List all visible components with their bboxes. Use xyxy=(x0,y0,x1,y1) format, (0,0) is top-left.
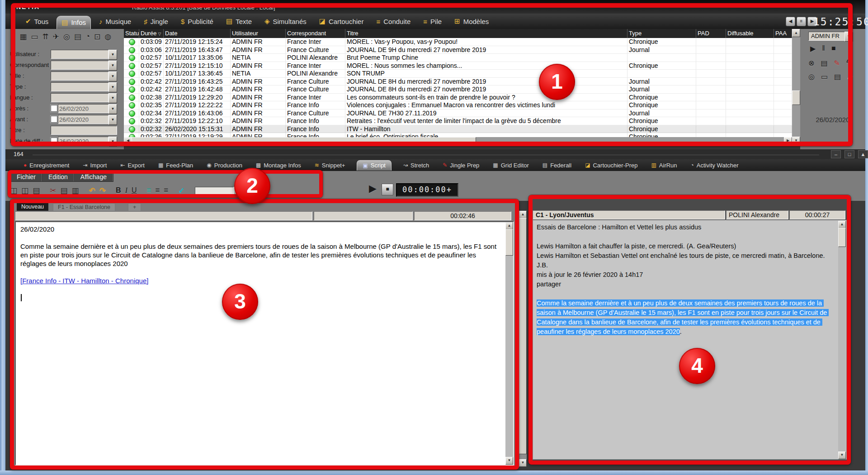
chevron-down-icon[interactable]: ▼ xyxy=(108,61,117,71)
scroll-up-icon[interactable]: ▲ xyxy=(505,222,513,230)
preview-icon[interactable]: ◎ xyxy=(808,72,815,81)
viewer-scrollbar[interactable]: ▲ ▼ xyxy=(838,221,846,459)
filter-combobox[interactable] xyxy=(51,82,108,91)
table-row[interactable]: 0:02:3227/11/2019 12:22:10ADMIN FRFrance… xyxy=(124,117,792,125)
table-row[interactable]: 0:02:3226/02/2020 15:15:31ADMIN FRFrance… xyxy=(124,125,792,133)
filter-combobox[interactable] xyxy=(51,50,108,59)
chevron-down-icon[interactable]: ▼ xyxy=(108,71,117,81)
main-tab-texte[interactable]: ▤Texte xyxy=(222,14,256,28)
bold-icon[interactable]: B xyxy=(116,186,121,195)
record-icon[interactable]: ● xyxy=(11,32,15,42)
module-tab-export[interactable]: ⇤Export xyxy=(118,160,146,170)
copy-icon[interactable]: ▤ xyxy=(821,59,827,67)
main-tab-pile[interactable]: ≡Pile xyxy=(419,14,446,28)
table-row[interactable]: 0:02:4227/11/2019 16:43:25ADMIN FRFrance… xyxy=(124,78,792,86)
table-row[interactable]: 0:02:4227/11/2019 16:42:48ADMIN FRFrance… xyxy=(124,86,792,94)
column-header-titre[interactable]: Titre xyxy=(345,29,627,38)
module-tab-production[interactable]: ◉Production xyxy=(205,160,244,170)
date-checkbox[interactable] xyxy=(51,105,57,112)
scrollbar-thumb[interactable] xyxy=(132,137,476,145)
stop-icon[interactable]: ■ xyxy=(831,44,836,53)
script-text-area[interactable]: 26/02/2020 Comme la semaine dernière et … xyxy=(15,221,514,466)
scroll-down-icon[interactable]: ▼ xyxy=(505,457,513,465)
rocket-icon[interactable]: ⇈ xyxy=(42,32,48,42)
module-tab-stretch[interactable]: ↝Stretch xyxy=(401,160,431,170)
module-tab-import[interactable]: ⇥Import xyxy=(81,160,108,170)
window-shade-button[interactable]: ▲ xyxy=(858,150,868,158)
chevron-down-icon[interactable]: ▼ xyxy=(108,82,117,92)
column-header-utilisateur[interactable]: Utilisateur xyxy=(231,29,286,38)
module-tab-cartouchier-prep[interactable]: ◪Cartouchier-Prep xyxy=(583,160,639,170)
scroll-left-icon[interactable]: ◀ xyxy=(124,137,132,145)
main-tab-jingle[interactable]: ♯Jingle xyxy=(139,14,173,28)
table-horizontal-scrollbar[interactable]: ◀ ▶ xyxy=(124,137,792,145)
column-header-statut[interactable]: Statut xyxy=(124,29,139,38)
lightning-icon[interactable]: ϟ xyxy=(846,59,850,67)
module-tab-activity-watcher[interactable]: ◔Activity Watcher xyxy=(689,160,741,170)
main-tab-infos[interactable]: ▤Infos xyxy=(57,16,91,29)
column-header-type[interactable]: Type xyxy=(627,29,696,38)
scroll-right-icon[interactable]: ▶ xyxy=(784,137,792,145)
table-row[interactable]: 0:03:0627/11/2019 16:43:47ADMIN FRFrance… xyxy=(124,46,792,54)
table-row[interactable]: 0:02:2627/11/2019 12:19:29ADMIN FRFrance… xyxy=(124,133,792,137)
save-icon[interactable]: ◫ xyxy=(10,186,17,195)
scrollbar-thumb[interactable] xyxy=(792,90,800,105)
column-header-pad[interactable]: PAD xyxy=(696,29,726,38)
save-as-icon[interactable]: ◫ xyxy=(21,186,28,195)
table-row[interactable]: 0:02:3527/11/2019 12:22:22ADMIN FRFrance… xyxy=(124,101,792,109)
script-tab-add[interactable]: + xyxy=(128,203,141,211)
main-tab-publicit[interactable]: $Publicité xyxy=(176,14,218,28)
module-tab-federall[interactable]: ▤Federall xyxy=(541,160,573,170)
cassette-icon[interactable]: ▭ xyxy=(821,72,828,81)
nav-menu-button[interactable]: ≡ xyxy=(797,17,806,26)
window-maximize-button[interactable]: □ xyxy=(844,150,854,158)
menu-affichage[interactable]: Affichage xyxy=(74,172,113,181)
sort-filter-icon[interactable]: ▽ xyxy=(158,32,161,36)
delete-icon[interactable]: ⊗ xyxy=(808,59,814,67)
menu-edition[interactable]: Edition xyxy=(42,172,74,181)
title-input[interactable] xyxy=(51,126,117,135)
brush-icon[interactable]: ✎ xyxy=(834,59,840,67)
chevron-down-icon[interactable]: ▼ xyxy=(844,32,853,42)
chevron-down-icon[interactable]: ▼ xyxy=(108,137,117,147)
document-icon[interactable]: ▤ xyxy=(834,72,841,81)
scroll-up-icon[interactable]: ▲ xyxy=(838,221,846,228)
scroll-down-icon[interactable]: ▼ xyxy=(838,451,846,459)
plane-icon[interactable]: ✈ xyxy=(53,32,59,42)
redo-icon[interactable]: ↷ xyxy=(99,186,106,195)
main-tab-cartouchier[interactable]: ◪Cartouchier xyxy=(315,14,368,28)
disc-icon[interactable]: ◎ xyxy=(63,32,70,42)
table-vertical-scrollbar[interactable]: ▲ ▼ xyxy=(792,29,800,145)
tape-icon[interactable]: ▤ xyxy=(74,32,81,42)
window-minimize-button[interactable]: – xyxy=(831,150,841,158)
filter-combobox[interactable] xyxy=(51,61,108,70)
script-tab-f1-essai-barcelone[interactable]: F1 - Essai Barcelone xyxy=(53,203,115,211)
filter-combobox[interactable] xyxy=(51,71,108,81)
module-tab-montage-infos[interactable]: ▩Montage Infos xyxy=(254,160,303,170)
play-icon[interactable]: ▶ xyxy=(810,44,816,53)
filter-combobox[interactable] xyxy=(51,93,108,102)
nav-prev-button[interactable]: ◀ xyxy=(786,17,795,26)
menu-fichier[interactable]: Fichier xyxy=(10,172,42,181)
cut-icon[interactable]: ✂ xyxy=(50,186,56,195)
scrollbar-thumb[interactable] xyxy=(519,218,527,454)
module-tab-script[interactable]: ▣Script xyxy=(357,160,392,171)
scroll-down-icon[interactable]: ▼ xyxy=(792,137,800,145)
scrollbar-thumb[interactable] xyxy=(505,229,513,256)
module-tab-airrun[interactable]: ▥AirRun xyxy=(649,160,679,170)
align-right-icon[interactable]: ≡ xyxy=(164,186,168,195)
chevron-down-icon[interactable]: ▼ xyxy=(108,115,117,125)
table-row[interactable]: 0:02:5710/11/2017 13:35:06NETIAPOLINI Al… xyxy=(124,54,792,62)
date-checkbox[interactable] xyxy=(51,116,57,123)
table-row[interactable]: 0:02:5710/11/2017 13:36:45NETIAPOLINI Al… xyxy=(124,70,792,78)
main-tab-musique[interactable]: ♪Musique xyxy=(94,14,136,28)
chevron-down-icon[interactable]: ▼ xyxy=(108,104,117,114)
table-row[interactable]: 0:02:3427/11/2019 16:43:06ADMIN FRFrance… xyxy=(124,109,792,118)
calculator-icon[interactable]: ▦ xyxy=(19,32,27,42)
align-center-icon[interactable]: ≡ xyxy=(155,186,160,195)
module-tab-feed-plan[interactable]: ▦Feed-Plan xyxy=(156,160,195,170)
eraser-icon[interactable]: ▱ xyxy=(847,72,853,81)
main-tab-conduite[interactable]: ≡Conduite xyxy=(372,14,415,28)
stop-button[interactable]: ■ xyxy=(382,184,393,195)
undo-icon[interactable]: ↶ xyxy=(89,186,95,195)
